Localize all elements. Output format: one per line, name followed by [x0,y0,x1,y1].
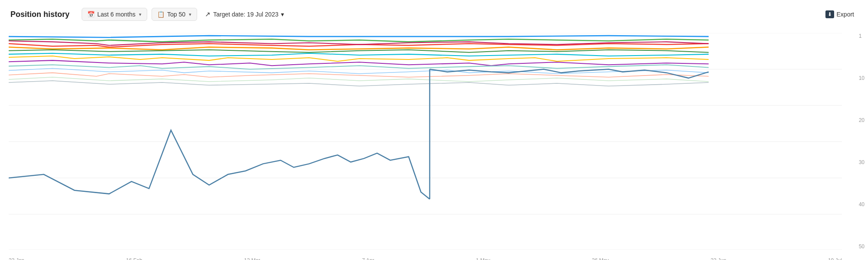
x-label-may26: 26 May [592,257,609,260]
chevron-down-icon-2: ▾ [189,12,191,17]
y-label-20: 20 [859,117,865,123]
target-date-label: Target date: 19 Jul 2023 [213,11,278,18]
top-filter-button[interactable]: 📋 Top 50 ▾ [152,8,197,21]
y-label-1: 1 [859,33,865,39]
export-icon: ⬇ [825,10,834,18]
chevron-down-icon: ▾ [139,12,142,17]
y-label-50: 50 [859,244,865,250]
x-label-jun23: 23 Jun [711,257,726,260]
x-label-jul19: 19 Jul [828,257,842,260]
top-label: Top 50 [167,11,185,18]
export-label: Export [837,11,854,18]
chevron-down-icon-3: ▾ [281,11,284,18]
toolbar: Position history 📅 Last 6 months ▾ 📋 Top… [0,0,868,29]
period-label: Last 6 months [97,11,135,18]
list-icon: 📋 [157,11,165,18]
y-label-10: 10 [859,75,865,81]
trend-icon: ↗ [205,10,211,18]
chart-area: 1 10 20 30 40 50 23 Jan 16 Feb 13 Mar 7 … [0,29,868,260]
x-label-jan23: 23 Jan [9,257,24,260]
y-label-30: 30 [859,159,865,165]
page-title: Position history [10,10,69,19]
x-label-mar13: 13 Mar [244,257,260,260]
x-label-feb16: 16 Feb [126,257,142,260]
position-history-chart [9,33,842,250]
x-label-apr7: 7 Apr [362,257,374,260]
y-label-40: 40 [859,201,865,207]
x-label-may1: 1 May [476,257,490,260]
period-filter-button[interactable]: 📅 Last 6 months ▾ [82,8,147,21]
y-axis-labels: 1 10 20 30 40 50 [859,33,865,250]
calendar-icon: 📅 [87,11,95,18]
x-axis-labels: 23 Jan 16 Feb 13 Mar 7 Apr 1 May 26 May … [9,257,842,260]
main-container: Position history 📅 Last 6 months ▾ 📋 Top… [0,0,868,260]
export-button[interactable]: ⬇ Export [822,8,858,21]
target-date-button[interactable]: ↗ Target date: 19 Jul 2023 ▾ [201,8,287,21]
